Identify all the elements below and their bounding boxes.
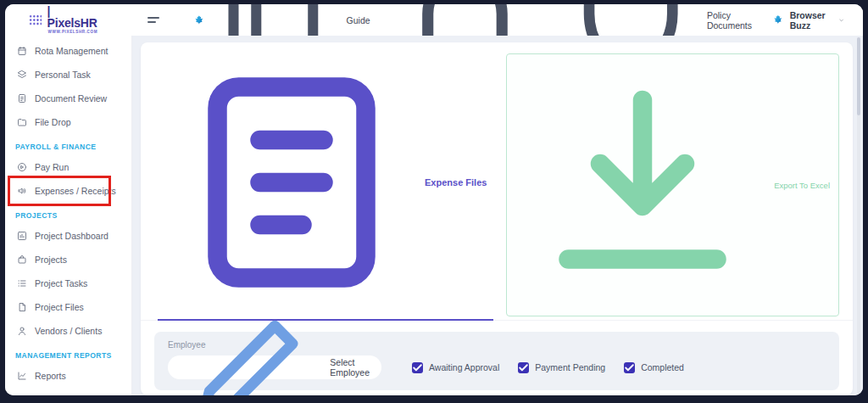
scrollbar-thumb[interactable] <box>857 37 860 115</box>
avatar <box>772 12 784 28</box>
document-review-icon <box>17 93 27 104</box>
pencil-icon <box>180 296 322 395</box>
filter-panel: Employee Select Employee Awaiting Approv… <box>154 332 839 390</box>
sidebar-item-document-review[interactable]: Document Review <box>5 87 131 110</box>
sidebar-item-label: Vendors / Clients <box>35 326 102 336</box>
checkbox-label: Awaiting Approval <box>429 362 499 372</box>
sidebar-item-label: Project Files <box>35 302 84 312</box>
brand-name: | PixelsHR <box>47 5 99 29</box>
app-window: | PixelsHR WWW.PIXELSHR.COM Guide 9 Poli… <box>5 4 863 395</box>
chevron-down-icon <box>838 16 844 25</box>
sidebar-item-personal-task[interactable]: Personal Task <box>5 63 131 87</box>
checkbox-checked-icon <box>624 362 635 373</box>
expense-file-icon <box>164 55 419 310</box>
sidebar-item-expenses-receipts[interactable]: Expenses / Receipts <box>5 179 131 203</box>
sidebar-item-pay-run[interactable]: Pay Run <box>5 155 131 179</box>
checkbox-checked-icon <box>518 362 529 373</box>
briefcase-icon <box>17 255 27 265</box>
sidebar-item-project-dashboard[interactable]: Project Dashboard <box>5 224 131 248</box>
sidebar-item-projects[interactable]: Projects <box>5 248 131 271</box>
export-label: Export To Excel <box>774 181 830 190</box>
sidebar-item-label: Pay Run <box>35 162 69 172</box>
layers-icon <box>17 70 27 80</box>
checkbox-checked-icon <box>412 362 423 373</box>
sidebar-item-label: Reports <box>35 371 66 381</box>
sidebar-item-label: Personal Task <box>35 70 91 80</box>
sidebar-item-label: Project Tasks <box>35 278 87 288</box>
logo-dots-icon <box>29 14 42 25</box>
guide-label: Guide <box>347 15 370 25</box>
select-employee-placeholder: Select Employee <box>330 357 370 378</box>
person-icon <box>17 326 27 336</box>
sidebar-item-project-tasks[interactable]: Project Tasks <box>5 271 131 295</box>
brand-subtitle: WWW.PIXELSHR.COM <box>47 31 99 35</box>
pay-run-icon <box>17 162 27 172</box>
hamburger-menu-icon[interactable] <box>147 17 159 23</box>
download-icon <box>515 58 770 312</box>
dashboard-icon <box>17 231 27 241</box>
sidebar-item-rota-management[interactable]: Rota Management <box>5 39 131 63</box>
sidebar-item-label: Rota Management <box>35 46 108 56</box>
sidebar-section-projects: PROJECTS <box>5 203 131 224</box>
sidebar-item-file-drop[interactable]: File Drop <box>5 110 131 134</box>
checkbox-awaiting-approval[interactable]: Awaiting Approval <box>412 362 499 373</box>
expense-files-card: Expense Files Export To Excel Employee S… <box>141 42 853 395</box>
tab-label: Expense Files <box>425 177 487 188</box>
checkbox-payment-pending[interactable]: Payment Pending <box>518 362 605 373</box>
checkbox-completed[interactable]: Completed <box>624 362 684 373</box>
calendar-icon <box>17 46 27 56</box>
sidebar-item-label: File Drop <box>35 117 71 127</box>
sidebar-section-management-reports: MANAGEMENT REPORTS <box>5 343 131 364</box>
tab-expense-files[interactable]: Expense Files <box>158 51 493 321</box>
sidebar-item-label: Expenses / Receipts <box>35 186 116 196</box>
company-eagle-logo <box>193 11 205 30</box>
brand-logo[interactable]: | PixelsHR WWW.PIXELSHR.COM <box>29 5 98 35</box>
file-icon <box>17 302 27 312</box>
sidebar-section-policies-agreements: POLICIES & AGREEMENTS <box>5 388 131 395</box>
sidebar-item-vendors-clients[interactable]: Vendors / Clients <box>5 319 131 343</box>
select-employee-input[interactable]: Select Employee <box>168 355 381 379</box>
report-icon <box>17 371 27 381</box>
user-name: Browser Buzz <box>790 10 832 31</box>
sidebar-item-label: Document Review <box>35 93 107 104</box>
sidebar-item-project-files[interactable]: Project Files <box>5 295 131 319</box>
main-area: Expense Files Export To Excel Employee S… <box>132 36 863 395</box>
sidebar: Rota ManagementPersonal TaskDocument Rev… <box>5 36 132 395</box>
checkbox-label: Payment Pending <box>535 362 605 372</box>
scrollbar[interactable] <box>857 37 860 394</box>
tasks-icon <box>17 278 27 288</box>
sidebar-item-label: Project Dashboard <box>35 231 108 241</box>
export-to-excel-button[interactable]: Export To Excel <box>506 53 839 316</box>
policy-documents-label: Policy Documents <box>707 10 752 31</box>
topbar: | PixelsHR WWW.PIXELSHR.COM Guide 9 Poli… <box>5 4 863 36</box>
status-checkbox-group: Awaiting ApprovalPayment PendingComplete… <box>412 362 684 373</box>
sidebar-item-reports[interactable]: Reports <box>5 364 131 388</box>
checkbox-label: Completed <box>641 362 684 372</box>
folder-icon <box>17 117 27 127</box>
user-menu[interactable]: Browser Buzz <box>772 10 844 31</box>
sidebar-item-label: Projects <box>35 255 67 265</box>
sidebar-section-payroll-finance: PAYROLL & FINANCE <box>5 134 131 155</box>
expenses-icon <box>17 186 27 196</box>
